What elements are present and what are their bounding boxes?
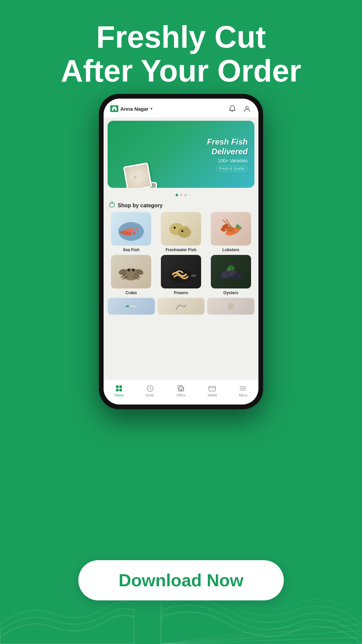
bottom-navigation: Home Order [104, 379, 258, 405]
svg-rect-46 [116, 385, 119, 388]
svg-point-25 [238, 226, 242, 230]
category-freshwater-fish[interactable]: Freshwater Fish [158, 212, 205, 252]
category-lobsters[interactable]: Lobsters [207, 212, 254, 252]
svg-point-15 [174, 227, 176, 229]
crabs-image [111, 255, 151, 288]
topbar-icons [228, 104, 252, 113]
category-section-header: Shop by category [104, 199, 258, 212]
nav-menu[interactable]: Menu [239, 384, 247, 397]
nav-order[interactable]: Order [146, 384, 155, 397]
svg-point-43 [227, 267, 231, 271]
nav-home[interactable]: Home [115, 384, 124, 397]
banner-title: Fresh FishDelivered [207, 137, 248, 157]
svg-rect-47 [119, 385, 122, 388]
partial-item-2 [158, 298, 205, 315]
category-sea-fish[interactable]: Sea Fish [108, 212, 155, 252]
svg-rect-2 [113, 109, 115, 111]
download-button-wrapper: Download Now [78, 560, 284, 600]
svg-point-33 [127, 269, 130, 271]
svg-point-34 [132, 269, 135, 271]
banner-photo-1 [123, 162, 152, 188]
svg-rect-48 [116, 389, 119, 391]
partial-item-3 [207, 298, 254, 315]
partial-item-1 [108, 298, 155, 315]
svg-point-52 [179, 387, 180, 388]
sea-fish-image [111, 212, 151, 246]
headline-line1: Freshly Cut [20, 20, 342, 54]
phone-screen: Anna Nagar ▾ [104, 99, 258, 405]
promo-banner[interactable]: Fresh FishDelivered 100+ Varieties Fresh… [108, 121, 254, 188]
crabs-label: Crabs [125, 290, 137, 295]
category-crabs[interactable]: Crabs [108, 255, 155, 295]
freshwater-fish-image [161, 212, 201, 246]
svg-rect-1 [113, 107, 116, 108]
prawns-image [161, 255, 201, 288]
profile-icon[interactable] [242, 104, 252, 113]
nav-wallet-label: Wallet [207, 393, 217, 397]
freshwater-fish-label: Freshwater Fish [166, 248, 196, 252]
category-oysters[interactable]: Oysters [207, 255, 254, 295]
location-chevron: ▾ [150, 106, 153, 111]
oysters-image [211, 255, 251, 288]
nav-wallet[interactable]: Wallet [207, 384, 217, 397]
location-area[interactable]: Anna Nagar ▾ [110, 105, 153, 112]
headline-line2: After Your Order [20, 54, 342, 88]
lobsters-label: Lobsters [222, 248, 239, 252]
dot-2[interactable] [180, 194, 182, 196]
nav-home-label: Home [115, 393, 124, 397]
app-topbar: Anna Nagar ▾ [104, 99, 258, 117]
oysters-label: Oysters [223, 290, 238, 295]
svg-rect-36 [191, 275, 196, 277]
svg-point-17 [181, 230, 183, 232]
svg-point-16 [178, 227, 191, 238]
category-grid: Sea Fish Freshwater Fish [104, 212, 258, 295]
phone-mockup: Anna Nagar ▾ [99, 94, 263, 409]
category-prawns[interactable]: Prawns [158, 255, 205, 295]
banner-dots [104, 191, 258, 199]
headline: Freshly Cut After Your Order [0, 20, 362, 88]
nav-offers[interactable]: Offers [176, 384, 185, 397]
store-icon [110, 105, 118, 112]
category-section-title: Shop by category [118, 203, 163, 209]
nav-offers-label: Offers [176, 393, 185, 397]
location-text: Anna Nagar [120, 106, 148, 112]
svg-point-44 [232, 267, 235, 270]
nav-order-label: Order [146, 393, 155, 397]
category-bag-icon [109, 202, 115, 209]
banner-text-block: Fresh FishDelivered 100+ Varieties Fresh… [207, 137, 248, 171]
lobsters-image [211, 212, 251, 246]
prawns-label: Prawns [174, 290, 188, 295]
phone-outer-frame: Anna Nagar ▾ [99, 94, 263, 409]
banner-subtitle: 100+ Varieties [207, 158, 248, 163]
svg-point-3 [246, 106, 248, 109]
banner-tagline: Fresh & Quality [216, 165, 248, 171]
download-now-button[interactable]: Download Now [78, 560, 284, 600]
dot-1[interactable] [176, 194, 178, 196]
svg-rect-49 [119, 389, 122, 391]
svg-rect-8 [110, 203, 114, 207]
partial-category-row [104, 295, 258, 315]
fish-image-1 [125, 164, 151, 188]
nav-menu-label: Menu [239, 393, 247, 397]
svg-rect-53 [209, 386, 216, 391]
dot-3[interactable] [184, 194, 187, 196]
svg-point-45 [228, 303, 234, 310]
notification-icon[interactable] [228, 104, 237, 113]
sea-fish-label: Sea Fish [123, 248, 139, 252]
